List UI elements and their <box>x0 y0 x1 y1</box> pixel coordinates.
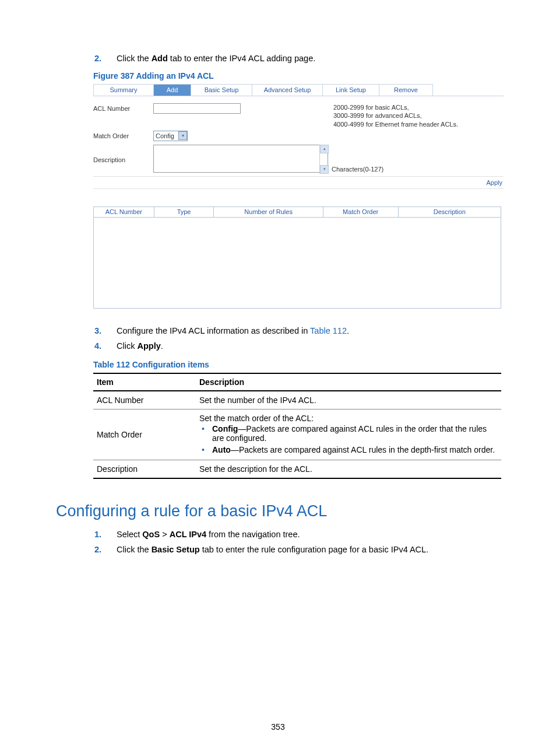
acl-number-label: ACL Number <box>93 103 153 112</box>
col-description: Description <box>399 207 501 217</box>
acl-number-input[interactable] <box>153 103 241 114</box>
cell-item: Description <box>93 460 196 478</box>
scrollbar[interactable]: ▴ ▾ <box>319 145 328 174</box>
col-type: Type <box>154 207 214 217</box>
table-row: Description Set the description for the … <box>93 460 501 478</box>
tab-basic-setup[interactable]: Basic Setup <box>191 84 252 96</box>
col-match-order: Match Order <box>323 207 399 217</box>
bullet-icon: • <box>199 424 212 443</box>
step-text: Click the Basic Setup tab to enter the r… <box>117 545 428 554</box>
table-112-caption: Table 112 Configuration items <box>93 360 504 369</box>
bullet-icon: • <box>199 445 212 454</box>
cell-desc: Set the number of the IPv4 ACL. <box>196 391 501 410</box>
cell-desc: Set the match order of the ACL: •Config—… <box>196 409 501 460</box>
acl-number-help: 2000-2999 for basic ACLs, 3000-3999 for … <box>333 103 458 128</box>
table-row: Match Order Set the match order of the A… <box>93 409 501 460</box>
acl-list-table: ACL Number Type Number of Rules Match Or… <box>93 206 501 309</box>
figure-tabs: Summary Add Basic Setup Advanced Setup L… <box>93 84 504 96</box>
description-label: Description <box>93 155 153 163</box>
step-text: Configure the IPv4 ACL information as de… <box>117 326 349 335</box>
step-number: 2. <box>94 54 117 63</box>
table-row: ACL Number Set the number of the IPv4 AC… <box>93 391 501 410</box>
th-description: Description <box>196 373 501 391</box>
cell-desc: Set the description for the ACL. <box>196 460 501 478</box>
col-acl-number: ACL Number <box>94 207 154 217</box>
step-4: 4. Click Apply. <box>94 341 504 351</box>
match-order-select[interactable]: Config ▾ <box>153 131 188 141</box>
description-char-hint: Characters(0-127) <box>328 166 383 174</box>
cell-item: ACL Number <box>93 391 196 410</box>
step-3: 3. Configure the IPv4 ACL information as… <box>94 326 504 335</box>
col-rules: Number of Rules <box>214 207 323 217</box>
step-text: Click the Add tab to enter the IPv4 ACL … <box>117 54 315 63</box>
table-112-link[interactable]: Table 112 <box>310 326 347 335</box>
step-2b: 2. Click the Basic Setup tab to enter th… <box>94 545 504 554</box>
tab-link-setup[interactable]: Link Setup <box>322 84 379 96</box>
tab-summary[interactable]: Summary <box>93 84 153 96</box>
figure-form: ACL Number 2000-2999 for basic ACLs, 300… <box>93 96 504 189</box>
chevron-down-icon: ▾ <box>178 131 187 140</box>
th-item: Item <box>93 373 196 391</box>
match-order-label: Match Order <box>93 131 153 139</box>
scroll-up-icon: ▴ <box>320 145 329 153</box>
step-2: 2. Click the Add tab to enter the IPv4 A… <box>94 54 504 63</box>
step-number: 1. <box>94 530 117 539</box>
step-number: 2. <box>94 545 117 554</box>
step-number: 3. <box>94 326 117 335</box>
step-text: Click Apply. <box>117 341 163 351</box>
figure-387: Summary Add Basic Setup Advanced Setup L… <box>93 84 504 309</box>
step-text: Select QoS > ACL IPv4 from the navigatio… <box>117 530 300 539</box>
figure-387-caption: Figure 387 Adding an IPv4 ACL <box>93 71 504 80</box>
step-number: 4. <box>94 341 117 351</box>
tab-add[interactable]: Add <box>153 84 191 96</box>
section-heading-configuring-rule: Configuring a rule for a basic IPv4 ACL <box>56 502 504 520</box>
step-1: 1. Select QoS > ACL IPv4 from the naviga… <box>94 530 504 539</box>
table-112: Item Description ACL Number Set the numb… <box>93 373 501 479</box>
scroll-down-icon: ▾ <box>320 165 329 174</box>
apply-button[interactable]: Apply <box>486 179 502 186</box>
cell-item: Match Order <box>93 409 196 460</box>
page-number: 353 <box>0 722 556 732</box>
tab-remove[interactable]: Remove <box>379 84 433 96</box>
tab-advanced-setup[interactable]: Advanced Setup <box>252 84 322 96</box>
description-textarea[interactable] <box>153 145 328 173</box>
